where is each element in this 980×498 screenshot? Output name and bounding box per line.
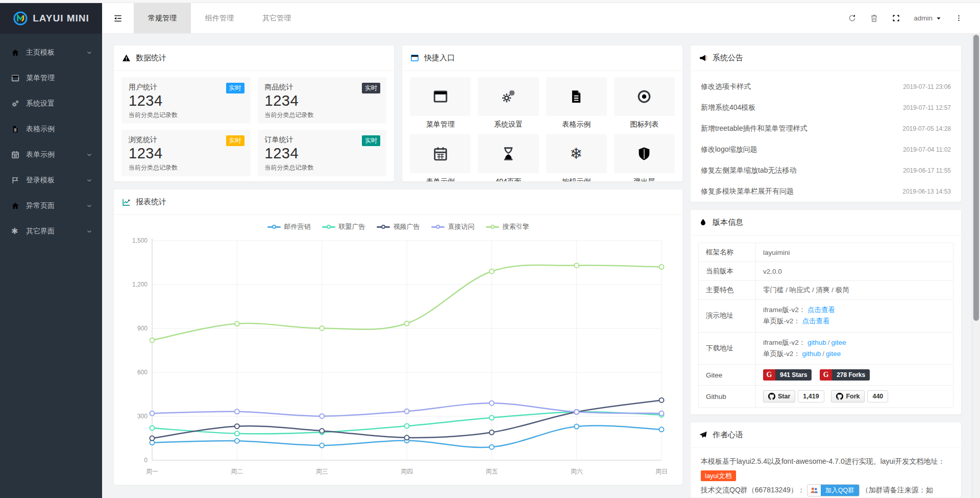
download-gitee-link[interactable]: gitee [831, 339, 846, 346]
svg-text:周六: 周六 [571, 468, 583, 475]
sidebar-collapse-button[interactable] [102, 3, 134, 33]
quick-entry-表格示例[interactable]: 表格示例 [546, 77, 607, 129]
notice-item[interactable]: 修改logo缩放问题2019-07-04 11:02 [701, 139, 951, 160]
chart-legend: 邮件营销联盟广告视频广告直接访问搜索引擎 [121, 219, 675, 234]
svg-text:周一: 周一 [146, 468, 158, 475]
clear-cache-icon[interactable] [870, 14, 878, 22]
sidebar-item-表格示例[interactable]: 表格示例 [0, 116, 102, 142]
github-fork-count[interactable]: 440 [867, 390, 888, 402]
fullscreen-icon[interactable] [892, 14, 900, 22]
sidebar-item-表单示例[interactable]: 表单示例 [0, 142, 102, 168]
sidebar-item-系统设置[interactable]: 系统设置 [0, 91, 102, 116]
quick-entry-label: 系统设置 [478, 120, 538, 129]
notice-item[interactable]: 修复左侧菜单缩放tab无法移动2019-06-17 11:55 [701, 160, 951, 181]
sidebar-item-label: 表格示例 [26, 125, 93, 134]
tab-组件管理[interactable]: 组件管理 [191, 3, 248, 33]
github-star-button[interactable]: Star [763, 390, 795, 402]
layui-doc-badge[interactable]: layui文档 [701, 470, 736, 481]
quick-entry-表单示例[interactable]: 表单示例 [410, 134, 471, 182]
legend-item-视频广告[interactable]: 视频广告 [377, 222, 420, 231]
svg-text:0: 0 [144, 457, 148, 464]
sidebar-item-异常页面[interactable]: 异常页面 [0, 193, 102, 219]
github-fork-button[interactable]: Fork [831, 390, 865, 402]
quick-entry-label: 菜单管理 [410, 120, 471, 129]
more-options-icon[interactable] [955, 14, 963, 22]
system-notice-card: 系统公告 修改选项卡样式2019-07-11 23:06新增系统404模板201… [690, 45, 962, 202]
github-star-count[interactable]: 1,419 [798, 390, 824, 402]
notice-time: 2019-07-11 12:57 [903, 104, 951, 111]
snow-icon: ❄ [570, 146, 583, 161]
quick-entry-系统设置[interactable]: 系统设置 [478, 77, 538, 129]
legend-item-邮件营销[interactable]: 邮件营销 [267, 222, 311, 231]
download-github-link[interactable]: github [802, 350, 821, 358]
stat-desc: 当前分类总记录数 [265, 111, 380, 120]
file-icon [11, 125, 19, 133]
legend-item-搜索引擎[interactable]: 搜索引擎 [486, 222, 529, 231]
legend-item-直接访问[interactable]: 直接访问 [431, 222, 475, 231]
notice-time: 2019-07-05 14:28 [902, 125, 951, 132]
scrollbar-thumb[interactable] [973, 35, 979, 321]
sidebar-item-登录模板[interactable]: 登录模板 [0, 168, 102, 193]
notice-text: 修复左侧菜单缩放tab无法移动 [701, 166, 796, 175]
author-text: 本模板基于layui2.5.4以及font-awesome-4.7.0进行实现。… [691, 448, 961, 498]
sidebar-item-label: 表单示例 [26, 150, 86, 159]
refresh-icon[interactable] [848, 14, 856, 22]
link-separator: / [821, 350, 826, 358]
quick-entry-label: 图标列表 [614, 120, 675, 129]
author-paragraph-2: 技术交流QQ群（667813249）： [701, 486, 805, 494]
gitee-logo: G [763, 369, 775, 381]
quick-entry-按钮示例[interactable]: ❄按钮示例 [546, 134, 607, 182]
window-icon [11, 74, 19, 82]
legend-label: 搜索引擎 [503, 222, 529, 231]
sidebar-item-主页模板[interactable]: 主页模板 [0, 40, 102, 65]
vertical-scrollbar[interactable] [972, 34, 980, 498]
svg-text:周四: 周四 [401, 468, 413, 475]
realtime-badge: 实时 [362, 135, 380, 146]
gitee-forks-badge[interactable]: G 278 Forks [820, 369, 870, 381]
quick-entry-弹出层[interactable]: 弹出层 [614, 134, 675, 182]
github-icon [768, 393, 775, 400]
sidebar-item-其它界面[interactable]: ✱其它界面 [0, 219, 102, 244]
paper-plane-icon [699, 431, 707, 439]
notice-item[interactable]: 修改选项卡样式2019-07-11 23:06 [701, 76, 951, 97]
join-qq-group-badge[interactable]: 加入QQ群 [807, 484, 860, 496]
line-chart-icon [122, 198, 131, 206]
demo-iframe-link[interactable]: 点击查看 [807, 306, 835, 314]
version-row-label: Github [699, 386, 756, 408]
user-menu[interactable]: admin [914, 14, 942, 22]
legend-item-联盟广告[interactable]: 联盟广告 [322, 222, 365, 231]
window-icon [433, 89, 448, 104]
tab-其它管理[interactable]: 其它管理 [248, 3, 305, 33]
svg-text:1,500: 1,500 [132, 237, 148, 244]
legend-label: 联盟广告 [339, 222, 365, 231]
demo-spa-link[interactable]: 点击查看 [802, 317, 830, 325]
notice-item[interactable]: 修复多模块菜单栏展开有问题2019-06-13 14:53 [701, 181, 951, 202]
notice-item[interactable]: 新增treetable插件和菜单管理样式2019-07-05 14:28 [701, 118, 951, 139]
sidebar-item-菜单管理[interactable]: 菜单管理 [0, 65, 102, 91]
megaphone-icon [699, 54, 707, 62]
quick-entry-label: 表格示例 [546, 120, 607, 129]
gitee-logo: G [820, 369, 832, 381]
notice-item[interactable]: 新增系统404模板2019-07-11 12:57 [701, 97, 951, 118]
notice-time: 2019-07-11 23:06 [903, 83, 951, 90]
topbar-actions: admin [848, 3, 980, 33]
quick-entry-图标列表[interactable]: 图标列表 [614, 77, 675, 129]
legend-label: 视频广告 [394, 222, 420, 231]
download-line-prefix: iframe版-v2： [763, 339, 805, 346]
sidebar-item-label: 其它界面 [26, 227, 86, 236]
line-chart[interactable]: 03006009001,2001,500周一周二周三周四周五周六周日 [121, 234, 676, 480]
quick-entry-404页面[interactable]: 404页面 [478, 134, 538, 182]
quick-grid: 菜单管理系统设置表格示例图标列表表单示例404页面❄按钮示例弹出层 [402, 71, 682, 182]
stat-value: 1234 [265, 92, 380, 109]
svg-text:周三: 周三 [316, 468, 328, 475]
download-github-link[interactable]: github [807, 339, 826, 346]
logo[interactable]: LAYUI MINI [0, 3, 102, 34]
gitee-stars-badge[interactable]: G 941 Stars [763, 369, 812, 381]
notice-text: 修改logo缩放问题 [701, 145, 757, 154]
tab-常规管理[interactable]: 常规管理 [134, 3, 191, 33]
quick-entry-菜单管理[interactable]: 菜单管理 [410, 77, 471, 129]
stat-value: 1234 [265, 145, 380, 162]
demo-line-prefix: iframe版-v2： [763, 306, 805, 314]
download-gitee-link[interactable]: gitee [826, 350, 841, 358]
chevron-down-icon [86, 202, 93, 209]
